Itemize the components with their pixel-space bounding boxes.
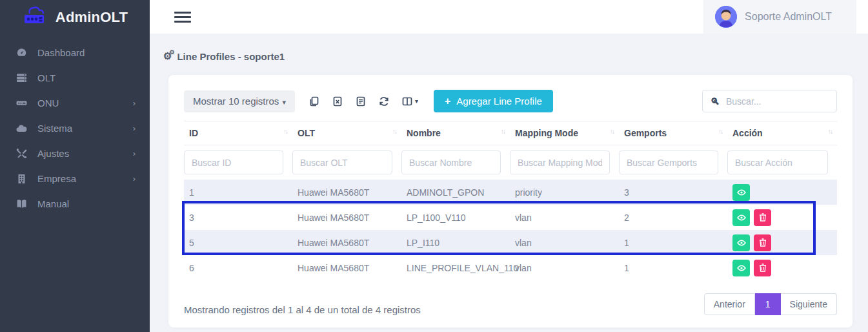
sort-icon[interactable]: ↑↓ bbox=[610, 128, 614, 135]
view-button[interactable] bbox=[732, 209, 750, 226]
filter-nombre-input[interactable] bbox=[401, 150, 501, 174]
cell-id: 6 bbox=[184, 255, 292, 280]
sidebar-item-empresa[interactable]: Empresa › bbox=[0, 166, 150, 191]
sidebar-item-sistema[interactable]: Sistema › bbox=[0, 116, 150, 141]
hamburger-menu-icon[interactable] bbox=[174, 9, 191, 25]
dashboard-icon bbox=[15, 47, 27, 59]
sidebar-item-label: Ajustes bbox=[37, 148, 69, 159]
table-toolbar: Mostrar 10 registros▾ bbox=[184, 90, 837, 112]
cell-olt: Huawei MA5680T bbox=[292, 180, 401, 205]
cell-olt: Huawei MA5680T bbox=[292, 205, 401, 230]
refresh-button[interactable] bbox=[372, 92, 396, 110]
length-menu-label: Mostrar 10 registros bbox=[193, 96, 279, 107]
sort-icon[interactable]: ↑↓ bbox=[392, 128, 396, 135]
chevron-right-icon: › bbox=[133, 149, 136, 158]
copy-icon bbox=[309, 96, 319, 107]
export-excel-button[interactable] bbox=[326, 92, 349, 110]
sidebar: AdminOLT Dashboard OLT ONU › Sistema bbox=[0, 0, 150, 332]
sidebar-item-dashboard[interactable]: Dashboard bbox=[0, 40, 150, 65]
column-header-olt[interactable]: OLT↑↓ bbox=[292, 121, 401, 145]
cell-id: 5 bbox=[184, 230, 292, 255]
copy-button[interactable] bbox=[303, 92, 326, 110]
global-search: 🔍︎ bbox=[702, 90, 837, 112]
column-header-accion[interactable]: Acción↑↓ bbox=[727, 121, 837, 145]
table-row: 6 Huawei MA5680T LINE_PROFILE_VLAN_110 v… bbox=[184, 255, 837, 280]
sort-icon[interactable]: ↑↓ bbox=[283, 128, 287, 135]
cell-id: 1 bbox=[184, 180, 292, 205]
search-icon: 🔍︎ bbox=[711, 96, 720, 107]
user-profile[interactable]: Soporte AdminOLT bbox=[703, 0, 856, 34]
delete-button[interactable] bbox=[754, 260, 771, 276]
add-line-profile-button[interactable]: + Agregar Line Profile bbox=[434, 90, 553, 112]
ajustes-icon bbox=[15, 148, 27, 160]
main-area: Soporte AdminOLT ⚙⚙ Line Profiles - sopo… bbox=[150, 0, 868, 332]
sistema-icon bbox=[15, 123, 27, 134]
cell-mapping-mode: priority bbox=[510, 180, 619, 205]
cell-mapping-mode: vlan bbox=[510, 255, 619, 280]
sidebar-item-onu[interactable]: ONU › bbox=[0, 90, 150, 116]
caret-down-icon: ▾ bbox=[282, 98, 286, 106]
sidebar-nav: Dashboard OLT ONU › Sistema › Aj bbox=[0, 35, 150, 216]
export-buttons: ▾ bbox=[303, 92, 425, 110]
line-profiles-card: Mostrar 10 registros▾ bbox=[168, 75, 853, 327]
add-line-profile-label: Agregar Line Profile bbox=[456, 96, 542, 107]
view-button[interactable] bbox=[732, 234, 750, 251]
cell-olt: Huawei MA5680T bbox=[292, 230, 401, 255]
filter-gemports-input[interactable] bbox=[619, 150, 718, 174]
pagination-page-1-button[interactable]: 1 bbox=[755, 293, 781, 315]
filter-mapping-mode-input[interactable] bbox=[510, 150, 610, 174]
user-name: Soporte AdminOLT bbox=[745, 11, 832, 23]
trash-icon bbox=[759, 213, 767, 222]
file-text-icon bbox=[356, 96, 366, 107]
column-header-nombre[interactable]: Nombre↑↓ bbox=[401, 121, 510, 145]
cell-gemports: 1 bbox=[619, 230, 727, 255]
sort-icon[interactable]: ↑↓ bbox=[718, 128, 722, 135]
eye-icon bbox=[737, 239, 746, 247]
view-button[interactable] bbox=[732, 184, 750, 201]
brand[interactable]: AdminOLT bbox=[0, 0, 150, 35]
column-header-id[interactable]: ID↑↓ bbox=[184, 121, 292, 145]
column-header-gemports[interactable]: Gemports↑↓ bbox=[619, 121, 727, 145]
refresh-icon bbox=[379, 96, 389, 107]
view-button[interactable] bbox=[732, 260, 750, 276]
eye-icon bbox=[737, 189, 746, 196]
filter-accion-input[interactable] bbox=[727, 150, 828, 174]
adminolt-logo-icon bbox=[22, 6, 50, 29]
filter-id-input[interactable] bbox=[184, 150, 283, 174]
pagination-previous-button[interactable]: Anterior bbox=[704, 293, 755, 315]
length-menu-button[interactable]: Mostrar 10 registros▾ bbox=[184, 90, 295, 112]
sidebar-item-label: OLT bbox=[37, 72, 56, 83]
pagination-next-button[interactable]: Siguiente bbox=[781, 293, 837, 315]
delete-button[interactable] bbox=[754, 234, 771, 251]
table-row: 5 Huawei MA5680T LP_I110 vlan 1 bbox=[184, 230, 837, 255]
column-visibility-button[interactable]: ▾ bbox=[396, 92, 425, 110]
excel-icon bbox=[332, 96, 343, 107]
gears-icon: ⚙⚙ bbox=[163, 50, 172, 62]
cell-gemports: 1 bbox=[619, 255, 727, 280]
caret-down-icon: ▾ bbox=[415, 98, 418, 105]
search-input[interactable] bbox=[726, 96, 829, 107]
export-file-button[interactable] bbox=[349, 92, 372, 110]
cell-id: 3 bbox=[184, 205, 292, 230]
table-footer: Mostrando registros del 1 al 4 de un tot… bbox=[184, 293, 837, 315]
delete-button[interactable] bbox=[754, 209, 771, 226]
trash-icon bbox=[759, 238, 767, 247]
sidebar-item-label: Manual bbox=[37, 198, 69, 209]
onu-icon bbox=[15, 98, 27, 109]
column-header-mapping-mode[interactable]: Mapping Mode↑↓ bbox=[510, 121, 619, 145]
sidebar-item-ajustes[interactable]: Ajustes › bbox=[0, 141, 150, 166]
sidebar-item-manual[interactable]: Manual bbox=[0, 191, 150, 216]
line-profiles-table: ID↑↓ OLT↑↓ Nombre↑↓ Mapping Mode↑↓ Gempo… bbox=[184, 121, 837, 280]
sidebar-item-olt[interactable]: OLT bbox=[0, 65, 150, 90]
eye-icon bbox=[737, 264, 746, 272]
topbar: Soporte AdminOLT bbox=[150, 0, 868, 34]
sort-icon[interactable]: ↑↓ bbox=[501, 128, 505, 135]
content: ⚙⚙ Line Profiles - soporte1 Mostrar 10 r… bbox=[150, 34, 868, 332]
table-row: 1 Huawei MA5680T ADMINOLT_GPON priority … bbox=[184, 180, 837, 205]
chevron-right-icon: › bbox=[133, 98, 136, 108]
sidebar-item-label: ONU bbox=[37, 98, 59, 109]
plus-icon: + bbox=[445, 96, 450, 107]
sort-icon[interactable]: ↑↓ bbox=[828, 128, 832, 135]
filter-olt-input[interactable] bbox=[292, 150, 392, 174]
brand-name: AdminOLT bbox=[56, 9, 128, 26]
